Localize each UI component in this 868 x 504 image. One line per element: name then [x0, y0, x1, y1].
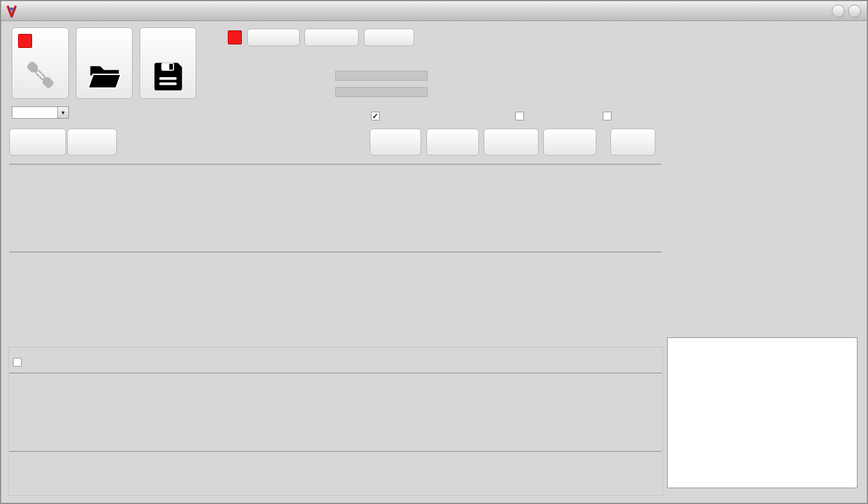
write-box-button[interactable] — [67, 129, 117, 156]
program-table-1 — [9, 164, 662, 165]
connect-status-indicator — [18, 34, 32, 48]
file-list[interactable] — [667, 337, 857, 488]
close-button[interactable] — [848, 5, 861, 18]
dyno-status-indicator — [228, 30, 242, 44]
ch1-level-bar — [335, 71, 428, 81]
reset-log-button[interactable] — [304, 29, 359, 46]
connect-button[interactable] — [12, 27, 69, 99]
dyno-p0-table — [9, 372, 662, 374]
corr2-chart — [669, 247, 857, 332]
checkbox-box: ✓ — [371, 112, 380, 120]
app-logo-icon — [6, 5, 18, 18]
plug-icon — [23, 57, 58, 92]
enable-autofill-checkbox[interactable] — [603, 112, 614, 120]
write-after-copy-checkbox[interactable] — [515, 112, 527, 120]
checkbox-box — [13, 358, 22, 367]
rpm-to-all-button[interactable] — [370, 129, 421, 156]
open-folder-icon — [86, 58, 123, 94]
ch2-level-bar — [335, 87, 428, 97]
rpm-to-log-checkbox[interactable]: ✓ — [371, 112, 383, 120]
copy-1-2-button[interactable] — [543, 129, 596, 156]
app-window: ▼ ✓ — [0, 0, 868, 504]
minimize-button[interactable] — [832, 5, 845, 18]
open-file-button[interactable] — [76, 27, 133, 99]
chevron-down-icon[interactable]: ▼ — [57, 107, 68, 118]
dyno-pg0-table — [9, 451, 662, 452]
read-box-button[interactable] — [9, 129, 66, 156]
paste-prog-button[interactable] — [484, 129, 539, 156]
dyno-log-on-button[interactable] — [247, 29, 300, 46]
save-file-button[interactable] — [140, 27, 196, 99]
instruction-button[interactable] — [364, 29, 414, 46]
copy-prog-button[interactable] — [426, 129, 479, 156]
titlebar[interactable] — [1, 1, 867, 21]
vtech-logo — [742, 27, 856, 85]
select-port-dropdown[interactable]: ▼ — [12, 106, 69, 119]
program-table-2 — [9, 251, 662, 253]
checkbox-box — [515, 112, 524, 120]
corr1-chart — [669, 157, 857, 246]
save-floppy-icon — [151, 60, 185, 94]
tab-page — [8, 347, 663, 496]
convert-to-mbar-checkbox[interactable] — [13, 358, 25, 367]
autofill-button[interactable] — [610, 129, 655, 156]
checkbox-box — [603, 112, 612, 120]
